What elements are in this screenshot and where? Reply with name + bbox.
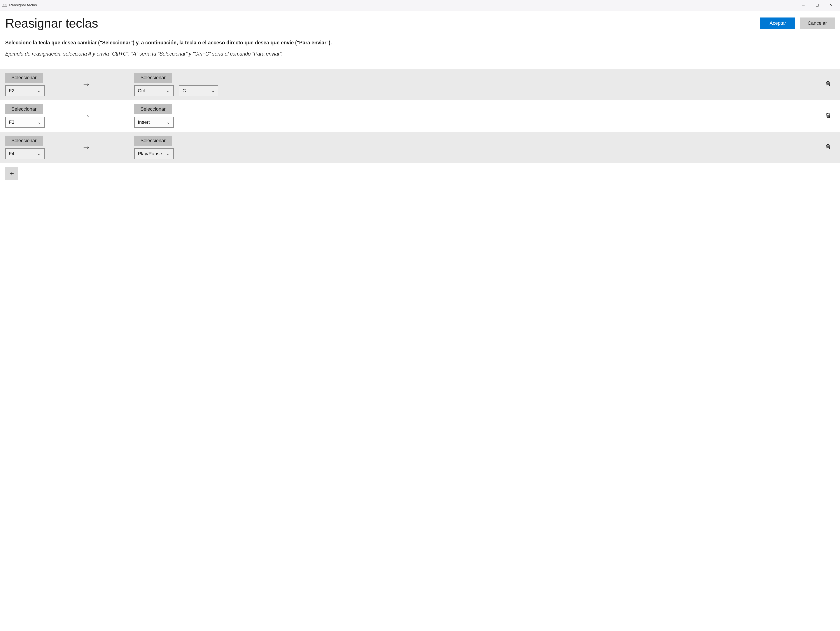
from-column: Seleccionar F4 ⌄ [5,136,82,159]
add-mapping-button[interactable]: + [5,167,18,180]
to-key-select[interactable]: C ⌄ [179,85,218,96]
delete-cell [822,144,835,151]
svg-rect-15 [816,4,818,6]
to-keys: Play/Pause ⌄ [134,148,174,159]
from-column: Seleccionar F3 ⌄ [5,104,82,128]
select-to-button[interactable]: Seleccionar [134,104,172,114]
keyboard-icon [2,3,7,8]
window-title: Reasignar teclas [9,3,37,8]
trash-icon[interactable] [825,81,831,88]
header-row: Reasignar teclas Aceptar Cancelar [5,16,835,30]
arrow-right-icon: → [82,79,134,89]
select-from-button[interactable]: Seleccionar [5,73,43,83]
from-keys: F4 ⌄ [5,148,45,159]
select-from-button[interactable]: Seleccionar [5,104,43,114]
trash-icon[interactable] [825,144,831,151]
from-key-select[interactable]: F4 ⌄ [5,148,45,159]
window-root: Reasignar teclas Reasignar teclas Acepta… [0,0,840,631]
action-buttons: Aceptar Cancelar [760,16,835,29]
to-column: Seleccionar Play/Pause ⌄ [134,136,822,159]
to-key-value: Insert [138,120,150,125]
from-keys: F3 ⌄ [5,117,45,128]
from-key-select[interactable]: F3 ⌄ [5,117,45,128]
mappings-list[interactable]: Seleccionar F2 ⌄ → Seleccionar Ctrl ⌄ [0,69,840,631]
to-key-value: C [182,88,186,94]
titlebar: Reasignar teclas [0,0,840,11]
delete-cell [822,112,835,120]
to-key-value: Play/Pause [138,151,162,156]
arrow-right-icon: → [82,142,134,152]
mapping-row: Seleccionar F3 ⌄ → Seleccionar Insert ⌄ [0,100,840,132]
page-title: Reasignar teclas [5,16,756,30]
chevron-down-icon: ⌄ [37,120,41,125]
description-example: Ejemplo de reasignación: selecciona A y … [5,50,835,58]
mapping-row: Seleccionar F4 ⌄ → Seleccionar Play/Paus… [0,132,840,163]
from-key-value: F4 [9,151,14,156]
to-column: Seleccionar Ctrl ⌄ C ⌄ [134,73,822,96]
chevron-down-icon: ⌄ [166,151,170,156]
chevron-down-icon: ⌄ [37,88,41,94]
from-key-value: F2 [9,88,14,94]
mapping-row: Seleccionar F2 ⌄ → Seleccionar Ctrl ⌄ [0,69,840,100]
trash-icon[interactable] [825,112,831,120]
select-from-button[interactable]: Seleccionar [5,136,43,146]
to-key-select[interactable]: Play/Pause ⌄ [134,148,174,159]
to-keys: Ctrl ⌄ C ⌄ [134,85,218,96]
chevron-down-icon: ⌄ [166,88,170,94]
to-column: Seleccionar Insert ⌄ [134,104,822,128]
from-column: Seleccionar F2 ⌄ [5,73,82,96]
select-to-button[interactable]: Seleccionar [134,73,172,83]
from-keys: F2 ⌄ [5,85,45,96]
add-row: + [0,163,840,184]
to-key-select[interactable]: Ctrl ⌄ [134,85,174,96]
from-key-select[interactable]: F2 ⌄ [5,85,45,96]
content-header: Reasignar teclas Aceptar Cancelar Selecc… [0,11,840,69]
plus-icon: + [9,169,14,178]
to-keys: Insert ⌄ [134,117,174,128]
arrow-right-icon: → [82,111,134,121]
description-main: Seleccione la tecla que desea cambiar ("… [5,39,835,46]
chevron-down-icon: ⌄ [166,120,170,125]
cancel-button[interactable]: Cancelar [800,17,835,29]
to-key-value: Ctrl [138,88,145,94]
from-key-value: F3 [9,120,14,125]
chevron-down-icon: ⌄ [37,151,41,156]
delete-cell [822,81,835,88]
select-to-button[interactable]: Seleccionar [134,136,172,146]
to-key-select[interactable]: Insert ⌄ [134,117,174,128]
close-button[interactable] [824,0,838,11]
maximize-button[interactable] [810,0,824,11]
minimize-button[interactable] [796,0,810,11]
accept-button[interactable]: Aceptar [760,17,795,29]
chevron-down-icon: ⌄ [211,88,215,94]
window-controls [796,0,838,11]
